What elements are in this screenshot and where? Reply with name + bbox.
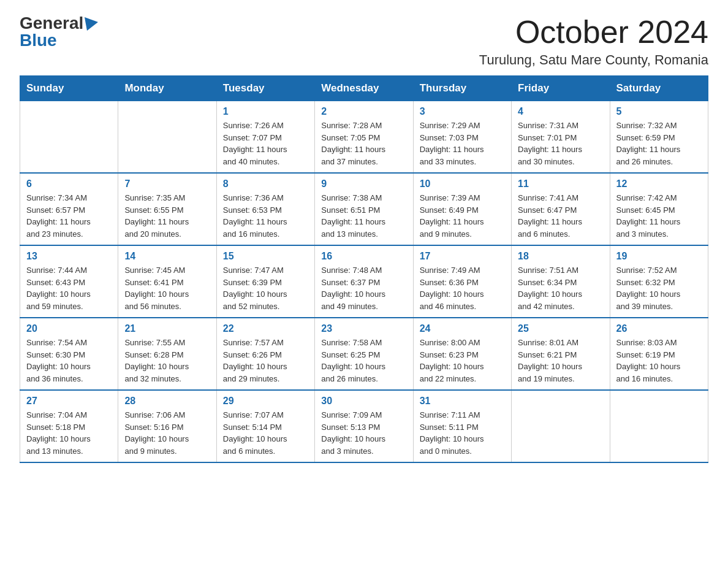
calendar-cell: 6Sunrise: 7:34 AMSunset: 6:57 PMDaylight…: [20, 173, 118, 245]
day-number: 8: [223, 178, 308, 190]
day-info: Sunrise: 7:45 AMSunset: 6:41 PMDaylight:…: [124, 264, 210, 312]
calendar-cell: 25Sunrise: 8:01 AMSunset: 6:21 PMDayligh…: [512, 318, 610, 390]
day-info: Sunrise: 7:07 AMSunset: 5:14 PMDaylight:…: [223, 409, 308, 457]
calendar-cell: 26Sunrise: 8:03 AMSunset: 6:19 PMDayligh…: [610, 318, 708, 390]
calendar-week-row: 1Sunrise: 7:26 AMSunset: 7:07 PMDaylight…: [20, 101, 708, 174]
day-number: 1: [223, 106, 308, 117]
day-info: Sunrise: 7:38 AMSunset: 6:51 PMDaylight:…: [321, 192, 406, 240]
calendar-cell: 4Sunrise: 7:31 AMSunset: 7:01 PMDaylight…: [512, 101, 610, 174]
logo-blue-text: Blue: [20, 32, 57, 49]
calendar-cell: 24Sunrise: 8:00 AMSunset: 6:23 PMDayligh…: [413, 318, 511, 390]
day-of-week-header: Tuesday: [216, 76, 314, 101]
day-info: Sunrise: 7:51 AMSunset: 6:34 PMDaylight:…: [518, 264, 603, 312]
calendar-cell: 13Sunrise: 7:44 AMSunset: 6:43 PMDayligh…: [20, 245, 118, 318]
day-number: 2: [321, 106, 406, 117]
calendar-table: SundayMondayTuesdayWednesdayThursdayFrid…: [20, 75, 708, 463]
day-number: 19: [616, 251, 702, 262]
month-title: October 2024: [479, 15, 708, 50]
page-header: General Blue October 2024 Turulung, Satu…: [20, 15, 708, 68]
day-info: Sunrise: 7:04 AMSunset: 5:18 PMDaylight:…: [26, 409, 112, 457]
day-info: Sunrise: 8:00 AMSunset: 6:23 PMDaylight:…: [420, 337, 505, 385]
day-of-week-header: Thursday: [413, 76, 511, 101]
calendar-cell: 21Sunrise: 7:55 AMSunset: 6:28 PMDayligh…: [118, 318, 216, 390]
calendar-week-row: 6Sunrise: 7:34 AMSunset: 6:57 PMDaylight…: [20, 173, 708, 245]
day-number: 22: [223, 323, 308, 334]
day-number: 4: [518, 106, 603, 117]
day-info: Sunrise: 7:31 AMSunset: 7:01 PMDaylight:…: [518, 120, 603, 167]
calendar-cell: 31Sunrise: 7:11 AMSunset: 5:11 PMDayligh…: [413, 390, 511, 462]
day-of-week-header: Wednesday: [315, 76, 413, 101]
calendar-week-row: 20Sunrise: 7:54 AMSunset: 6:30 PMDayligh…: [20, 318, 708, 390]
calendar-cell: 18Sunrise: 7:51 AMSunset: 6:34 PMDayligh…: [512, 245, 610, 318]
day-number: 23: [321, 323, 406, 334]
calendar-cell: 12Sunrise: 7:42 AMSunset: 6:45 PMDayligh…: [610, 173, 708, 245]
calendar-cell: 8Sunrise: 7:36 AMSunset: 6:53 PMDaylight…: [216, 173, 314, 245]
day-of-week-header: Friday: [512, 76, 610, 101]
calendar-cell: 11Sunrise: 7:41 AMSunset: 6:47 PMDayligh…: [512, 173, 610, 245]
day-info: Sunrise: 7:52 AMSunset: 6:32 PMDaylight:…: [616, 264, 702, 312]
day-of-week-header: Sunday: [20, 76, 118, 101]
calendar-cell: 20Sunrise: 7:54 AMSunset: 6:30 PMDayligh…: [20, 318, 118, 390]
day-number: 27: [26, 396, 112, 407]
calendar-cell: [512, 390, 610, 462]
calendar-cell: 16Sunrise: 7:48 AMSunset: 6:37 PMDayligh…: [315, 245, 413, 318]
calendar-cell: 9Sunrise: 7:38 AMSunset: 6:51 PMDaylight…: [315, 173, 413, 245]
day-number: 13: [26, 251, 112, 262]
day-info: Sunrise: 7:29 AMSunset: 7:03 PMDaylight:…: [420, 120, 505, 167]
day-number: 14: [124, 251, 210, 262]
day-info: Sunrise: 7:39 AMSunset: 6:49 PMDaylight:…: [420, 192, 505, 240]
day-number: 3: [420, 106, 505, 117]
day-info: Sunrise: 8:01 AMSunset: 6:21 PMDaylight:…: [518, 337, 603, 385]
day-info: Sunrise: 7:55 AMSunset: 6:28 PMDaylight:…: [124, 337, 210, 385]
day-info: Sunrise: 7:35 AMSunset: 6:55 PMDaylight:…: [124, 192, 210, 240]
calendar-cell: 19Sunrise: 7:52 AMSunset: 6:32 PMDayligh…: [610, 245, 708, 318]
day-number: 31: [420, 396, 505, 407]
day-info: Sunrise: 7:09 AMSunset: 5:13 PMDaylight:…: [321, 409, 406, 457]
day-info: Sunrise: 7:54 AMSunset: 6:30 PMDaylight:…: [26, 337, 112, 385]
logo-general-text: General: [20, 15, 83, 32]
logo: General Blue: [20, 15, 98, 49]
day-number: 26: [616, 323, 702, 334]
day-number: 20: [26, 323, 112, 334]
day-info: Sunrise: 7:57 AMSunset: 6:26 PMDaylight:…: [223, 337, 308, 385]
day-of-week-header: Monday: [118, 76, 216, 101]
day-number: 25: [518, 323, 603, 334]
day-info: Sunrise: 7:28 AMSunset: 7:05 PMDaylight:…: [321, 120, 406, 167]
calendar-week-row: 27Sunrise: 7:04 AMSunset: 5:18 PMDayligh…: [20, 390, 708, 462]
title-block: October 2024 Turulung, Satu Mare County,…: [479, 15, 708, 68]
calendar-header-row: SundayMondayTuesdayWednesdayThursdayFrid…: [20, 76, 708, 101]
day-number: 12: [616, 178, 702, 190]
calendar-cell: [20, 101, 118, 174]
svg-marker-0: [85, 17, 98, 31]
day-number: 5: [616, 106, 702, 117]
day-number: 6: [26, 178, 112, 190]
day-number: 16: [321, 251, 406, 262]
calendar-cell: 17Sunrise: 7:49 AMSunset: 6:36 PMDayligh…: [413, 245, 511, 318]
calendar-cell: 3Sunrise: 7:29 AMSunset: 7:03 PMDaylight…: [413, 101, 511, 174]
calendar-cell: 1Sunrise: 7:26 AMSunset: 7:07 PMDaylight…: [216, 101, 314, 174]
calendar-cell: 10Sunrise: 7:39 AMSunset: 6:49 PMDayligh…: [413, 173, 511, 245]
day-number: 11: [518, 178, 603, 190]
day-info: Sunrise: 8:03 AMSunset: 6:19 PMDaylight:…: [616, 337, 702, 385]
calendar-cell: 23Sunrise: 7:58 AMSunset: 6:25 PMDayligh…: [315, 318, 413, 390]
calendar-cell: 29Sunrise: 7:07 AMSunset: 5:14 PMDayligh…: [216, 390, 314, 462]
day-info: Sunrise: 7:42 AMSunset: 6:45 PMDaylight:…: [616, 192, 702, 240]
day-info: Sunrise: 7:32 AMSunset: 6:59 PMDaylight:…: [616, 120, 702, 167]
day-number: 18: [518, 251, 603, 262]
day-number: 28: [124, 396, 210, 407]
calendar-cell: 7Sunrise: 7:35 AMSunset: 6:55 PMDaylight…: [118, 173, 216, 245]
calendar-cell: 15Sunrise: 7:47 AMSunset: 6:39 PMDayligh…: [216, 245, 314, 318]
calendar-week-row: 13Sunrise: 7:44 AMSunset: 6:43 PMDayligh…: [20, 245, 708, 318]
location-title: Turulung, Satu Mare County, Romania: [479, 52, 708, 68]
day-info: Sunrise: 7:36 AMSunset: 6:53 PMDaylight:…: [223, 192, 308, 240]
day-info: Sunrise: 7:34 AMSunset: 6:57 PMDaylight:…: [26, 192, 112, 240]
day-number: 29: [223, 396, 308, 407]
day-info: Sunrise: 7:41 AMSunset: 6:47 PMDaylight:…: [518, 192, 603, 240]
calendar-cell: 2Sunrise: 7:28 AMSunset: 7:05 PMDaylight…: [315, 101, 413, 174]
calendar-cell: 30Sunrise: 7:09 AMSunset: 5:13 PMDayligh…: [315, 390, 413, 462]
day-info: Sunrise: 7:26 AMSunset: 7:07 PMDaylight:…: [223, 120, 308, 167]
calendar-cell: 14Sunrise: 7:45 AMSunset: 6:41 PMDayligh…: [118, 245, 216, 318]
day-info: Sunrise: 7:47 AMSunset: 6:39 PMDaylight:…: [223, 264, 308, 312]
day-number: 30: [321, 396, 406, 407]
day-info: Sunrise: 7:06 AMSunset: 5:16 PMDaylight:…: [124, 409, 210, 457]
